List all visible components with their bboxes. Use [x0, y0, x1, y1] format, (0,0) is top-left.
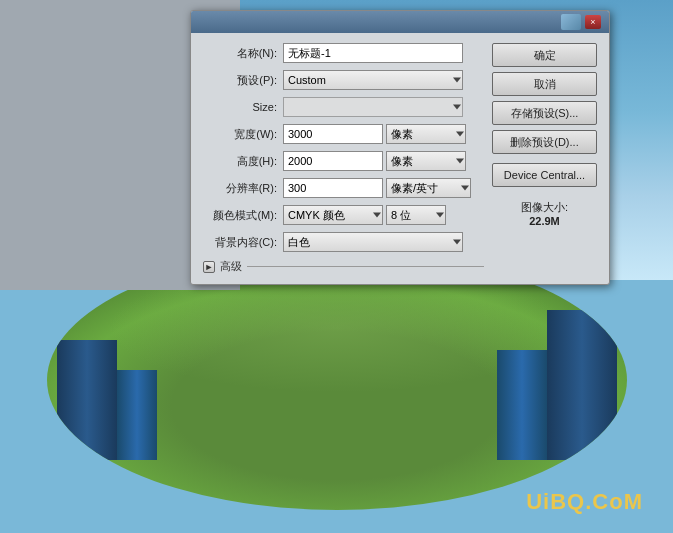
- color-mode-label: 颜色模式(M):: [203, 208, 283, 223]
- height-unit-wrapper: 像素: [386, 151, 466, 171]
- resolution-input[interactable]: [283, 178, 383, 198]
- close-button[interactable]: ×: [585, 15, 601, 29]
- advanced-row[interactable]: ► 高级: [203, 259, 484, 274]
- advanced-toggle-icon: ►: [203, 261, 215, 273]
- color-mode-selects: CMYK 颜色 8 位: [283, 205, 446, 225]
- preset-row: 预设(P): Custom: [203, 70, 484, 90]
- cancel-button[interactable]: 取消: [492, 72, 597, 96]
- ok-button[interactable]: 确定: [492, 43, 597, 67]
- image-size-label: 图像大小:: [492, 200, 597, 215]
- dialog-icon: [561, 14, 581, 30]
- height-input[interactable]: [283, 151, 383, 171]
- color-bits-select[interactable]: 8 位: [386, 205, 446, 225]
- building-right2: [497, 350, 547, 460]
- preset-label: 预设(P):: [203, 73, 283, 88]
- preset-select[interactable]: Custom: [283, 70, 463, 90]
- size-label: Size:: [203, 101, 283, 113]
- save-preset-button[interactable]: 存储预设(S)...: [492, 101, 597, 125]
- resolution-unit-wrapper: 像素/英寸: [386, 178, 471, 198]
- height-label: 高度(H):: [203, 154, 283, 169]
- size-select[interactable]: [283, 97, 463, 117]
- dialog-body: 名称(N): 预设(P): Custom Size:: [191, 33, 609, 284]
- resolution-unit-select[interactable]: 像素/英寸: [386, 178, 471, 198]
- bg-content-select-wrapper: 白色: [283, 232, 463, 252]
- bg-content-select[interactable]: 白色: [283, 232, 463, 252]
- building-left2: [117, 370, 157, 460]
- resolution-label: 分辨率(R):: [203, 181, 283, 196]
- name-row: 名称(N):: [203, 43, 484, 63]
- new-document-dialog: × 名称(N): 预设(P): Custom S: [190, 10, 610, 285]
- resolution-row: 分辨率(R): 像素/英寸: [203, 178, 484, 198]
- preset-select-wrapper: Custom: [283, 70, 463, 90]
- image-size-value: 22.9M: [492, 215, 597, 227]
- dialog-titlebar: ×: [191, 11, 609, 33]
- name-label: 名称(N):: [203, 46, 283, 61]
- image-size-area: 图像大小: 22.9M: [492, 200, 597, 227]
- size-row: Size:: [203, 97, 484, 117]
- dialog-actions: 确定 取消 存储预设(S)... 删除预设(D)... Device Centr…: [492, 43, 597, 274]
- watermark: UiBQ.CoM: [526, 489, 643, 515]
- building-left: [57, 340, 117, 460]
- advanced-divider: [247, 266, 484, 267]
- building-right: [547, 310, 617, 460]
- width-label: 宽度(W):: [203, 127, 283, 142]
- advanced-label: 高级: [220, 259, 242, 274]
- width-input[interactable]: [283, 124, 383, 144]
- color-mode-row: 颜色模式(M): CMYK 颜色 8 位: [203, 205, 484, 225]
- dialog-form: 名称(N): 预设(P): Custom Size:: [203, 43, 484, 274]
- color-mode-select[interactable]: CMYK 颜色: [283, 205, 383, 225]
- height-unit-select[interactable]: 像素: [386, 151, 466, 171]
- height-row: 高度(H): 像素: [203, 151, 484, 171]
- name-input[interactable]: [283, 43, 463, 63]
- delete-preset-button[interactable]: 删除预设(D)...: [492, 130, 597, 154]
- device-central-button[interactable]: Device Central...: [492, 163, 597, 187]
- size-select-wrapper: [283, 97, 463, 117]
- width-unit-wrapper: 像素: [386, 124, 466, 144]
- width-unit-select[interactable]: 像素: [386, 124, 466, 144]
- bg-content-label: 背景内容(C):: [203, 235, 283, 250]
- bg-content-row: 背景内容(C): 白色: [203, 232, 484, 252]
- color-mode-select-wrapper: CMYK 颜色: [283, 205, 383, 225]
- color-bits-select-wrapper: 8 位: [386, 205, 446, 225]
- width-row: 宽度(W): 像素: [203, 124, 484, 144]
